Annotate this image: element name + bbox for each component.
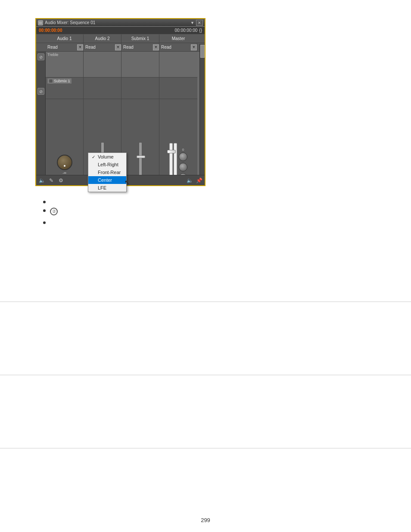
timecode-left: 00:00:00:00 [39, 28, 62, 33]
bullet-text-2: ② [49, 207, 59, 215]
bullet-item-2: ② [43, 207, 368, 215]
send-toggle-icon[interactable]: ⊘ [37, 88, 44, 95]
inline-icon-2: ② [50, 208, 58, 215]
channel-headers: Audio 1 Audio 2 Submix 1 Master [36, 34, 205, 43]
mixer-window-icon: ▤ [38, 20, 43, 25]
toolbar-settings-icon[interactable]: ⚙ [57, 177, 65, 184]
left-panel: ⊘ ⊘ [36, 52, 46, 185]
bullet-item-3 [43, 219, 368, 224]
page-number: 299 [201, 517, 210, 523]
timecode-right-value: 00:00:00:00 [174, 28, 197, 33]
bullet-dot-1 [43, 201, 46, 203]
send-area-audio1: Submix 1 [46, 78, 83, 99]
checkmark-volume: ✓ [92, 155, 96, 159]
mixer-window: ▤ Audio Mixer: Sequence 01 ▼ ✕ 00:00:00:… [35, 18, 206, 186]
eq-area-submix1 [121, 52, 159, 78]
fader-area-audio1: -∞ dB Volume ▼ [46, 99, 83, 185]
divider-3 [0, 448, 411, 448]
eq-area-audio1: Treble [46, 52, 83, 78]
send-label-audio1[interactable]: Submix 1 [47, 78, 72, 84]
eq-toggle-icon[interactable]: ⊘ [37, 53, 44, 60]
read-cell-submix1: Read ▼ [121, 43, 159, 51]
bullet-item-1 [43, 198, 368, 203]
content-area: ② [43, 198, 368, 227]
master-knob-1[interactable] [179, 152, 187, 161]
fader-area-submix1 [121, 99, 159, 185]
read-dropdown-master[interactable]: ▼ [191, 44, 197, 50]
volume-knob-audio1[interactable] [57, 155, 72, 170]
channel-audio1-name: Audio 1 [46, 34, 84, 43]
read-dropdown-audio1[interactable]: ▼ [77, 44, 83, 50]
channel-strip-master: 0 [159, 52, 197, 185]
master-knob-2[interactable] [179, 163, 187, 171]
eq-area-audio2 [84, 52, 121, 78]
knob-dot [64, 165, 65, 167]
mixer-title-bar: ▤ Audio Mixer: Sequence 01 ▼ ✕ [36, 19, 205, 27]
context-menu-volume[interactable]: ✓ Volume [88, 153, 126, 161]
context-menu-leftright[interactable]: Left-Right [88, 161, 126, 168]
mixer-title-text: Audio Mixer: Sequence 01 [45, 20, 190, 25]
fader-db-label: 0 [182, 148, 184, 152]
toolbar-speaker2-icon[interactable]: 🔈 [186, 177, 193, 184]
mixer-menu-arrow[interactable]: ▼ [190, 21, 194, 25]
read-cell-master: Read ▼ [159, 43, 197, 51]
send-area-submix1 [121, 78, 159, 99]
context-menu-frontrear[interactable]: Front-Rear [88, 168, 126, 176]
channel-strip-submix1 [121, 52, 159, 185]
channel-strip-audio1: Treble Submix 1 [46, 52, 84, 185]
bullet-dot-2 [43, 209, 46, 212]
timecode-right: 00:00:00:00 {} [174, 28, 202, 33]
context-menu: ✓ Volume Left-Right Front-Rear Center ↖ … [88, 152, 127, 192]
divider-1 [0, 302, 411, 302]
context-menu-center[interactable]: Center ↖ [88, 176, 126, 184]
timecode-brackets-icon: {} [199, 28, 202, 33]
bullet-dot-3 [43, 221, 46, 224]
channel-submix1-name: Submix 1 [121, 34, 159, 43]
mixer-scrollbar[interactable] [199, 44, 205, 175]
scrollbar-thumb[interactable] [200, 45, 205, 58]
fader-area-master: 0 [159, 99, 197, 185]
send-area-master [159, 78, 197, 99]
send-icon-audio1 [49, 79, 53, 83]
divider-2 [0, 375, 411, 375]
channel-audio2-name: Audio 2 [84, 34, 121, 43]
read-cell-audio2: Read ▼ [84, 43, 121, 51]
context-menu-lfe[interactable]: LFE [88, 184, 126, 192]
mixer-close-button[interactable]: ✕ [196, 20, 203, 26]
channel-master-name: Master [159, 34, 197, 43]
read-dropdown-submix1[interactable]: ▼ [153, 44, 159, 50]
eq-area-master [159, 52, 197, 78]
send-area-audio2 [84, 78, 121, 99]
toolbar-speaker-icon[interactable]: 🔈 [38, 177, 46, 184]
read-dropdown-audio2[interactable]: ▼ [115, 44, 121, 50]
eq-label: Treble [47, 53, 58, 57]
read-cell-audio1: Read ▼ [46, 43, 84, 51]
cursor-pointer-icon: ↖ [125, 179, 130, 186]
toolbar-pin-icon[interactable]: 📌 [195, 177, 203, 184]
read-row: Read ▼ Read ▼ Read ▼ Read ▼ [36, 43, 205, 52]
toolbar-edit-icon[interactable]: ✎ [47, 177, 55, 184]
page-container: ▤ Audio Mixer: Sequence 01 ▼ ✕ 00:00:00:… [0, 0, 411, 532]
timecode-bar: 00:00:00:00 00:00:00:00 {} [36, 27, 205, 34]
